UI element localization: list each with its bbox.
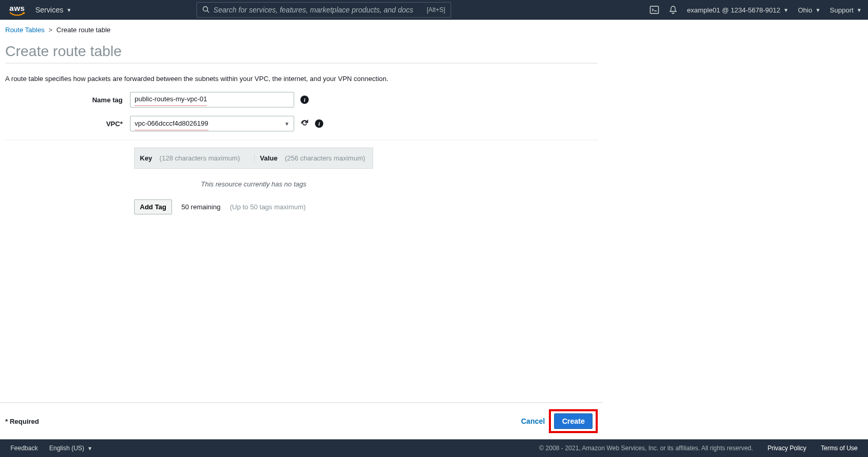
language-label: English (US) xyxy=(49,445,84,452)
account-menu[interactable]: example01 @ 1234-5678-9012 ▼ xyxy=(687,6,788,14)
account-label: example01 @ 1234-5678-9012 xyxy=(687,6,780,14)
language-menu[interactable]: English (US) ▼ xyxy=(49,445,93,452)
breadcrumb-root[interactable]: Route Tables xyxy=(5,26,45,34)
tags-value-label: Value xyxy=(260,154,278,162)
caret-down-icon: ▼ xyxy=(816,7,821,13)
form-row-vpc: VPC* vpc-066dcccf4d8026199 ▼ i xyxy=(5,116,598,131)
aws-logo[interactable]: aws xyxy=(9,4,25,16)
create-button[interactable]: Create xyxy=(554,413,593,429)
search-icon xyxy=(202,6,209,15)
caret-down-icon: ▼ xyxy=(857,7,862,13)
tags-header: Key (128 characters maximum) Value (256 … xyxy=(134,147,373,169)
terms-link[interactable]: Terms of Use xyxy=(821,445,858,452)
chevron-down-icon: ▼ xyxy=(284,121,290,127)
vpc-label: VPC* xyxy=(5,120,130,128)
search-placeholder: Search for services, features, marketpla… xyxy=(214,6,427,14)
caret-down-icon: ▼ xyxy=(87,446,93,451)
services-label: Services xyxy=(35,6,63,14)
breadcrumb-separator: > xyxy=(48,26,52,34)
global-footer: Feedback English (US) ▼ © 2008 - 2021, A… xyxy=(0,439,868,457)
form-row-name: Name tag public-routes-my-vpc-01 i xyxy=(5,92,598,107)
region-menu[interactable]: Ohio ▼ xyxy=(798,6,820,14)
info-icon[interactable]: i xyxy=(315,119,323,128)
breadcrumb: Route Tables > Create route table xyxy=(5,26,598,34)
name-tag-input[interactable]: public-routes-my-vpc-01 xyxy=(130,92,294,107)
caret-down-icon: ▼ xyxy=(783,7,788,13)
refresh-icon[interactable] xyxy=(300,119,309,128)
tags-value-hint: (256 characters maximum) xyxy=(285,154,365,162)
support-menu[interactable]: Support ▼ xyxy=(830,6,862,14)
svg-line-1 xyxy=(207,10,209,12)
tags-max-hint: (Up to 50 tags maximum) xyxy=(230,203,306,211)
tags-key-label: Key xyxy=(140,154,152,162)
notifications-icon[interactable] xyxy=(668,5,678,15)
services-menu[interactable]: Services ▼ xyxy=(35,6,72,14)
divider xyxy=(5,63,598,63)
global-nav: aws Services ▼ Search for services, feat… xyxy=(0,0,868,20)
tags-remaining: 50 remaining xyxy=(181,203,220,211)
add-tag-button[interactable]: Add Tag xyxy=(134,199,172,214)
support-label: Support xyxy=(830,6,854,14)
feedback-link[interactable]: Feedback xyxy=(10,445,38,452)
tags-footer: Add Tag 50 remaining (Up to 50 tags maxi… xyxy=(134,199,373,214)
global-search[interactable]: Search for services, features, marketpla… xyxy=(196,2,451,18)
caret-down-icon: ▼ xyxy=(67,7,72,13)
vpc-value: vpc-066dcccf4d8026199 xyxy=(135,117,208,130)
aws-smile-icon xyxy=(9,12,25,16)
svg-rect-2 xyxy=(650,6,659,14)
privacy-link[interactable]: Privacy Policy xyxy=(768,445,807,452)
search-kbd-hint: [Alt+S] xyxy=(427,6,445,14)
cancel-button[interactable]: Cancel xyxy=(521,417,545,425)
main-content: Route Tables > Create route table Create… xyxy=(0,20,603,402)
breadcrumb-current: Create route table xyxy=(57,26,111,34)
name-tag-value: public-routes-my-vpc-01 xyxy=(135,92,207,106)
create-highlight: Create xyxy=(549,409,598,433)
action-bar: * Required Cancel Create xyxy=(0,402,603,439)
tags-key-hint: (128 characters maximum) xyxy=(160,154,240,162)
vpc-select[interactable]: vpc-066dcccf4d8026199 ▼ xyxy=(130,116,294,131)
cloudshell-icon[interactable] xyxy=(650,5,659,15)
page-description: A route table specifies how packets are … xyxy=(5,75,598,83)
tags-empty-message: This resource currently has no tags xyxy=(134,169,373,199)
region-label: Ohio xyxy=(798,6,812,14)
tags-section: Key (128 characters maximum) Value (256 … xyxy=(134,147,373,214)
svg-point-0 xyxy=(203,6,207,11)
divider xyxy=(5,140,598,140)
required-label: * Required xyxy=(5,418,39,425)
info-icon[interactable]: i xyxy=(300,96,309,104)
page-title: Create route table xyxy=(5,43,598,60)
name-tag-label: Name tag xyxy=(5,96,130,104)
copyright-text: © 2008 - 2021, Amazon Web Services, Inc.… xyxy=(539,445,753,452)
